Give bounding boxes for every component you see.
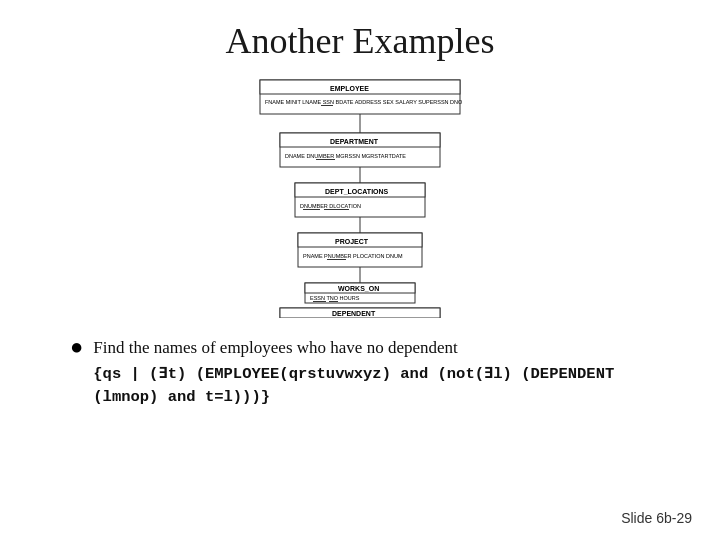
svg-text:EMPLOYEE: EMPLOYEE [330, 85, 369, 92]
svg-text:DEPT_LOCATIONS: DEPT_LOCATIONS [325, 188, 389, 195]
svg-text:FNAME  MINIT  LNAME  SSN  BDAT: FNAME MINIT LNAME SSN BDATE ADDRESS SEX … [265, 99, 463, 105]
svg-text:ESSN   TNO   HOURS: ESSN TNO HOURS [310, 295, 360, 301]
svg-text:DNUMBER    DLOCATION: DNUMBER DLOCATION [300, 203, 361, 209]
bullet-dot: ● [70, 334, 83, 360]
svg-text:PNAME   PNUMBER   PLOCATION   : PNAME PNUMBER PLOCATION DNUM [303, 253, 403, 259]
slide-container: Another Examples EMPLOYEE FNAME MINIT LN… [0, 0, 720, 540]
svg-text:DEPENDENT: DEPENDENT [332, 310, 376, 317]
content-area: ● Find the names of employees who have n… [40, 336, 680, 419]
schema-diagram: EMPLOYEE FNAME MINIT LNAME SSN BDATE ADD… [150, 78, 570, 318]
svg-text:PROJECT: PROJECT [335, 238, 369, 245]
bullet-item-1: ● Find the names of employees who have n… [70, 336, 650, 409]
bullet-text: Find the names of employees who have no … [93, 336, 650, 409]
svg-text:DEPARTMENT: DEPARTMENT [330, 138, 379, 145]
svg-text:WORKS_ON: WORKS_ON [338, 285, 379, 292]
slide-number: Slide 6b-29 [621, 510, 692, 526]
slide-title: Another Examples [226, 20, 495, 62]
svg-text:DNAME   DNUMBER   MGRSSN   MGR: DNAME DNUMBER MGRSSN MGRSTARTDATE [285, 153, 406, 159]
schema-svg: EMPLOYEE FNAME MINIT LNAME SSN BDATE ADD… [150, 78, 570, 318]
